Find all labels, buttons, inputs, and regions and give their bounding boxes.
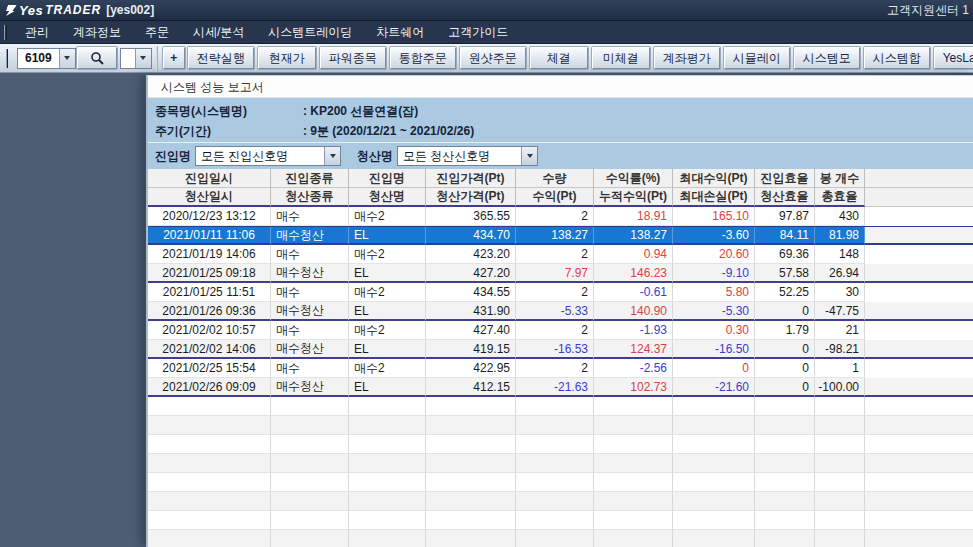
trade-cell: 매수청산 [271, 264, 349, 283]
menu-item[interactable]: 시스템트레이딩 [256, 21, 364, 44]
empty-cell [349, 492, 426, 511]
empty-cell [755, 492, 815, 511]
grid-header-row-entry: 진입일시진입종류진입명진입가격(Pt)수량수익률(%)최대수익(Pt)진입효율봉… [148, 169, 973, 188]
trades-grid: 진입일시진입종류진입명진입가격(Pt)수량수익률(%)최대수익(Pt)진입효율봉… [148, 169, 973, 547]
toolbar-button[interactable]: 미체결 [592, 47, 650, 69]
empty-row [148, 416, 973, 435]
search-button[interactable] [77, 47, 117, 69]
empty-cell [349, 435, 426, 454]
empty-cell [815, 492, 865, 511]
trade-cell: 매수 [271, 245, 349, 264]
empty-cell [594, 416, 673, 435]
menu-item[interactable]: 고객가이드 [436, 21, 520, 44]
period-value: : 9분 (2020/12/21 ~ 2021/02/26) [303, 121, 474, 141]
toolbar-button[interactable]: 통합주문 [390, 47, 456, 69]
trade-row[interactable]: 2021/01/19 14:06매수매수2423.2020.9420.6069.… [148, 245, 973, 264]
empty-cell [426, 416, 516, 435]
trade-cell: 365.55 [426, 207, 516, 226]
symbol-search-combo[interactable] [120, 48, 152, 69]
empty-cell [516, 511, 594, 530]
toolbar-grip[interactable] [6, 49, 8, 68]
toolbar-button[interactable]: 체결 [530, 47, 588, 69]
trade-row[interactable]: 2021/01/26 09:36매수청산EL431.90-5.33140.90-… [148, 302, 973, 321]
column-header: 진입효율 [755, 169, 815, 188]
trade-cell: 매수청산 [271, 227, 349, 245]
menu-item[interactable]: 계좌정보 [61, 21, 133, 44]
row-filler [865, 378, 973, 397]
trade-cell: 146.23 [594, 264, 673, 283]
mdi-background: 시스템 성능 보고서 종목명(시스템명) : KP200 선물연결(잡) 주기(… [0, 73, 973, 547]
trade-cell: 2021/02/02 14:06 [148, 340, 271, 359]
empty-cell [815, 435, 865, 454]
menu-item[interactable]: 시세/분석 [181, 21, 256, 44]
trade-row[interactable]: 2021/02/02 10:57매수매수2427.402-1.930.301.7… [148, 321, 973, 340]
trade-cell: 52.25 [755, 283, 815, 302]
trade-cell: 26.94 [815, 264, 865, 283]
column-header: 최대손실(Pt) [673, 188, 755, 207]
toolbar: 6109 + 전략실행현재가파워종목통합주문원샷주문체결미체결계좌평가시뮬레이시… [0, 44, 973, 73]
dropdown-arrow-icon[interactable] [521, 147, 537, 165]
search-icon [90, 51, 104, 65]
screen-number-combo[interactable]: 6109 [17, 48, 76, 69]
empty-cell [755, 473, 815, 492]
entry-filter-label: 진입명 [155, 148, 191, 165]
dropdown-arrow-icon[interactable] [324, 147, 340, 165]
dropdown-arrow-icon[interactable] [59, 49, 75, 68]
toolbar-button[interactable]: 원샷주문 [460, 47, 526, 69]
trade-cell: 5.80 [673, 283, 755, 302]
empty-cell [271, 454, 349, 473]
empty-cell [594, 492, 673, 511]
symbol-name-value: : KP200 선물연결(잡) [303, 101, 418, 121]
trade-cell: EL [349, 264, 426, 283]
menubar-grip[interactable] [4, 25, 7, 40]
empty-cell [148, 435, 271, 454]
toolbar-button[interactable]: 시뮬레이 [724, 47, 790, 69]
dropdown-arrow-icon[interactable] [135, 49, 151, 68]
trade-cell: -2.56 [594, 359, 673, 378]
trade-cell: EL [349, 378, 426, 397]
trade-row[interactable]: 2021/02/26 09:09매수청산EL412.15-21.63102.73… [148, 378, 973, 397]
toolbar-button[interactable]: 파워종목 [320, 47, 386, 69]
trade-row[interactable]: 2021/01/25 09:18매수청산EL427.207.97146.23-9… [148, 264, 973, 283]
empty-cell [148, 416, 271, 435]
column-header: 진입종류 [271, 169, 349, 188]
trade-row[interactable]: 2021/01/11 11:06매수청산EL434.70138.27138.27… [148, 226, 973, 245]
trade-cell: 1.79 [755, 321, 815, 340]
exit-signal-select[interactable]: 모든 청산신호명 [397, 146, 538, 166]
empty-cell [349, 397, 426, 416]
grid-body: 2020/12/23 13:12매수매수2365.55218.91165.109… [148, 207, 973, 547]
empty-row [148, 511, 973, 530]
empty-cell [148, 473, 271, 492]
toolbar-button[interactable]: YesLangu [934, 47, 973, 69]
empty-cell [755, 435, 815, 454]
toolbar-button[interactable]: 현재가 [258, 47, 316, 69]
menu-item[interactable]: 차트쉐어 [364, 21, 436, 44]
trade-row[interactable]: 2021/02/02 14:06매수청산EL419.15-16.53124.37… [148, 340, 973, 359]
trade-cell: -21.63 [516, 378, 594, 397]
menu-item[interactable]: 관리 [13, 21, 61, 44]
trade-cell: 2 [516, 283, 594, 302]
trade-cell: 0 [755, 302, 815, 321]
toolbar-button[interactable]: 전략실행 [188, 47, 254, 69]
toolbar-button[interactable]: 시스템합 [864, 47, 930, 69]
menu-item[interactable]: 주문 [133, 21, 181, 44]
empty-cell [271, 530, 349, 547]
trade-cell: 21 [815, 321, 865, 340]
trade-cell: 2021/02/25 15:54 [148, 359, 271, 378]
trade-row[interactable]: 2021/01/25 11:51매수매수2434.552-0.615.8052.… [148, 283, 973, 302]
column-header: 수량 [516, 169, 594, 188]
trade-cell: 2 [516, 207, 594, 226]
empty-cell [673, 435, 755, 454]
add-button[interactable]: + [163, 47, 185, 69]
screen-number-value: 6109 [18, 49, 59, 68]
trade-row[interactable]: 2021/02/25 15:54매수매수2422.952-2.56001 [148, 359, 973, 378]
empty-row [148, 397, 973, 416]
trade-row[interactable]: 2020/12/23 13:12매수매수2365.55218.91165.109… [148, 207, 973, 226]
entry-signal-select[interactable]: 모든 진입신호명 [195, 146, 341, 166]
toolbar-button[interactable]: 계좌평가 [654, 47, 720, 69]
trade-cell: 2021/01/25 09:18 [148, 264, 271, 283]
empty-cell [426, 435, 516, 454]
toolbar-button[interactable]: 시스템모 [794, 47, 860, 69]
column-header: 진입일시 [148, 169, 271, 188]
row-filler [865, 416, 973, 435]
